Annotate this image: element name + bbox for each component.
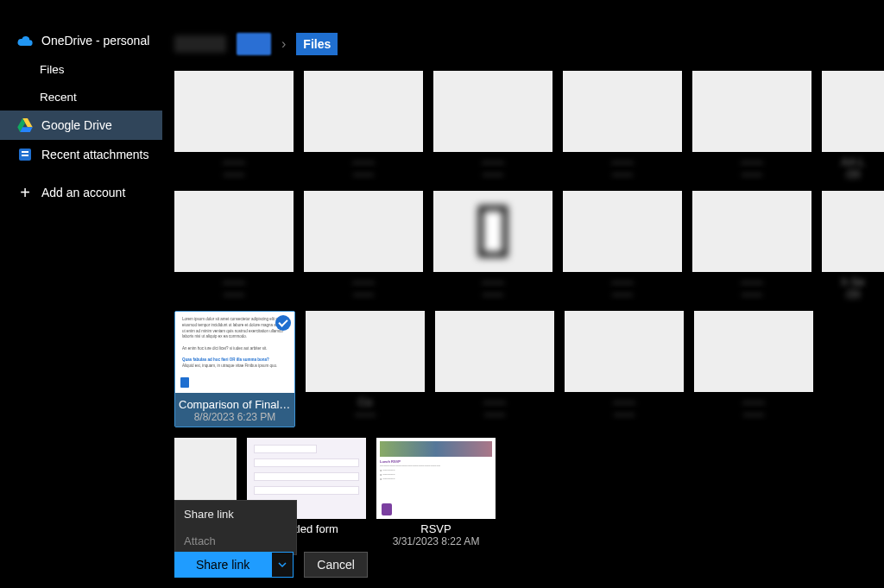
form-thumbnail: Lunch RSVP ~~~~~~~~~~~~~~~~~~~~~~~~~~~~~… [376,438,496,519]
file-tile[interactable]: AA L/20 [822,71,884,180]
file-title: RSVP [376,522,496,535]
breadcrumb-segment-redacted[interactable] [174,35,226,53]
chevron-right-icon: › [281,36,286,52]
file-tile[interactable]: ———— [304,191,423,300]
file-date: 8/8/2023 6:23 PM [175,411,294,427]
file-tile[interactable]: ———— [565,311,684,427]
file-title: Comparison of Final-Ho… [175,396,294,411]
recent-attachments-icon [17,147,33,162]
sidebar-add-account-label: Add an account [41,186,125,199]
file-tile[interactable]: ———— [694,311,813,427]
sidebar-account-googledrive[interactable]: Google Drive [0,111,162,140]
cancel-button[interactable]: Cancel [304,552,368,578]
share-link-split-button: Share link [174,552,294,578]
sidebar-item-label: Recent attachments [41,148,149,161]
svg-rect-4 [22,151,28,153]
file-tile[interactable]: ———— [304,71,423,180]
breadcrumb-current[interactable]: Files [296,33,338,55]
sidebar: OneDrive - personal Files Recent Google … [0,0,162,588]
chevron-down-icon [278,560,287,569]
file-tile[interactable]: ———— [692,191,811,300]
file-tile[interactable]: ———— [563,191,682,300]
main-panel: › Files ———— ———— ———— ———— ———— AA L/20… [162,0,884,588]
file-tile[interactable]: ———— [563,71,682,180]
sidebar-onedrive-files[interactable]: Files [0,55,162,83]
file-tile[interactable]: ———— [435,311,554,427]
sidebar-account-onedrive[interactable]: OneDrive - personal [0,26,162,55]
sidebar-recent-attachments[interactable]: Recent attachments [0,140,162,169]
selected-check-icon [275,315,291,331]
cloud-icon [17,33,33,48]
share-link-dropdown[interactable] [271,552,294,578]
file-tile[interactable]: ———— [433,191,552,300]
svg-rect-5 [22,155,28,156]
sidebar-add-account[interactable]: + Add an account [0,178,162,207]
sidebar-account-label: OneDrive - personal [41,34,149,47]
sidebar-onedrive-recent[interactable]: Recent [0,83,162,111]
file-date: 3/31/2023 8:22 AM [376,535,496,547]
file-tile[interactable]: h Se/20 [822,191,884,300]
file-tile[interactable]: ———— [174,71,294,180]
sidebar-account-label: Google Drive [41,118,112,132]
action-bar: Share link Cancel [174,552,368,578]
file-tile[interactable]: ———— [433,71,552,180]
file-tile-selected[interactable]: Lorem ipsum dolor sit amet consectetur a… [174,311,295,427]
context-menu-share-link[interactable]: Share link [175,501,296,528]
share-link-button[interactable]: Share link [174,552,271,578]
context-menu: Share link Attach [174,500,297,555]
context-menu-attach[interactable]: Attach [175,528,296,554]
google-drive-icon [17,117,33,133]
breadcrumb: › Files [174,33,338,55]
breadcrumb-segment-redacted[interactable] [237,33,271,55]
plus-icon: + [17,185,33,200]
file-tile[interactable]: ———— [692,71,811,180]
file-tile[interactable]: Lunch RSVP ~~~~~~~~~~~~~~~~~~~~~~~~~~~~~… [376,438,496,547]
file-tile[interactable]: Co—— [306,311,425,427]
file-tile[interactable]: ———— [174,191,294,300]
